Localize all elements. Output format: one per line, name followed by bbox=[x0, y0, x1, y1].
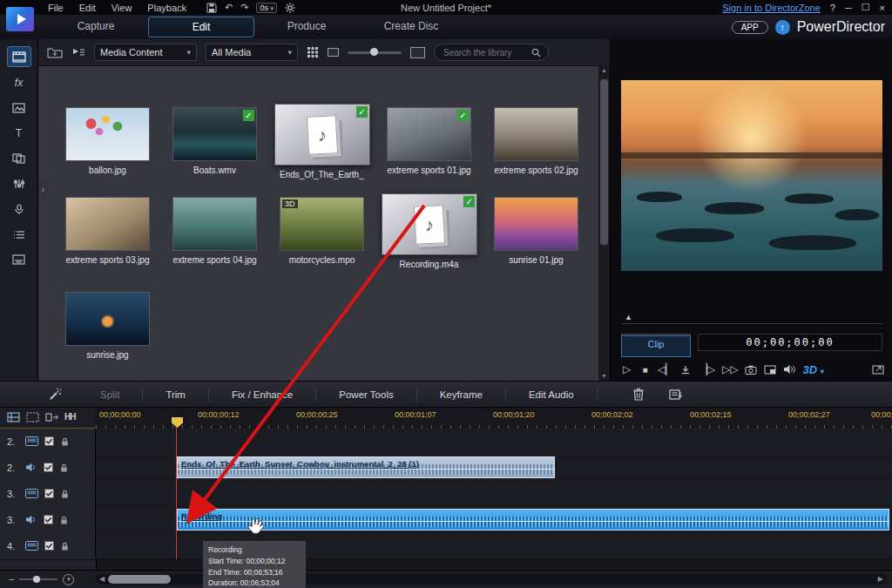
tab-produce[interactable]: Produce bbox=[254, 17, 359, 36]
track-lock-icon[interactable] bbox=[60, 436, 70, 447]
voiceover-room-icon[interactable] bbox=[8, 199, 30, 219]
fast-forward-icon[interactable]: ▷▷ bbox=[722, 363, 738, 375]
tool-keyframe[interactable]: Keyframe bbox=[417, 388, 506, 402]
track-enable-checkbox[interactable] bbox=[44, 541, 54, 551]
menu-file[interactable]: File bbox=[40, 3, 71, 13]
title-room-icon[interactable]: T bbox=[8, 124, 30, 143]
media-item[interactable]: ✓ extreme sports 01.jpg bbox=[387, 107, 471, 175]
scrollbar-thumb[interactable] bbox=[108, 575, 171, 584]
pip-objects-room-icon[interactable] bbox=[8, 98, 30, 118]
scroll-right-icon[interactable]: ▶ bbox=[878, 574, 883, 585]
app-badge[interactable]: APP bbox=[732, 21, 768, 34]
search-icon[interactable] bbox=[531, 48, 541, 57]
library-search[interactable] bbox=[434, 44, 549, 61]
track-content[interactable]: Recording bbox=[96, 507, 892, 532]
audio-mixing-room-icon[interactable] bbox=[8, 174, 30, 193]
signin-link[interactable]: Sign in to DirectorZone bbox=[722, 3, 821, 13]
subtitle-room-icon[interactable] bbox=[8, 250, 30, 269]
undock-preview-icon[interactable] bbox=[872, 364, 884, 375]
track-content[interactable] bbox=[96, 481, 892, 506]
tool-edit-audio[interactable]: Edit Audio bbox=[506, 388, 598, 402]
tool-power-tools[interactable]: Power Tools bbox=[316, 388, 416, 402]
redo-icon[interactable]: ↷ bbox=[240, 0, 248, 15]
ripple-edit-icon[interactable] bbox=[45, 412, 58, 422]
preview-seek-slider[interactable] bbox=[621, 316, 882, 324]
search-input[interactable] bbox=[442, 47, 526, 58]
snap-icon[interactable]: HH bbox=[64, 412, 75, 422]
seek-marker-icon[interactable]: ▲ bbox=[625, 313, 632, 321]
track-content[interactable] bbox=[96, 429, 892, 454]
duration-setting[interactable]: 0s ▾ bbox=[256, 3, 277, 13]
track-lock-icon[interactable] bbox=[60, 541, 70, 551]
track-enable-checkbox[interactable] bbox=[44, 489, 54, 498]
tool-split[interactable]: Split bbox=[78, 388, 143, 402]
media-item[interactable]: extreme sports 04.jpg bbox=[172, 197, 257, 265]
media-item[interactable]: sunrise.jpg bbox=[65, 292, 150, 360]
magic-wand-icon[interactable] bbox=[48, 388, 62, 402]
effect-room-icon[interactable]: fx bbox=[8, 73, 30, 92]
zoom-in-button[interactable]: + bbox=[63, 574, 74, 585]
close-button[interactable]: × bbox=[880, 3, 885, 13]
chapter-room-icon[interactable] bbox=[8, 225, 30, 244]
track-lock-icon[interactable] bbox=[60, 489, 70, 499]
range-selection-icon[interactable] bbox=[26, 412, 39, 422]
transition-room-icon[interactable] bbox=[8, 149, 30, 168]
clip-mode-button[interactable]: Clip bbox=[621, 335, 691, 357]
media-item[interactable]: ✓ Boats.wmv bbox=[172, 107, 257, 175]
stop-icon[interactable]: ■ bbox=[639, 365, 651, 375]
maximize-button[interactable]: ☐ bbox=[862, 2, 870, 13]
media-item-recording[interactable]: ✓ ♪ ♪ ♪ Recording.m4a bbox=[387, 197, 471, 269]
preview-timecode[interactable]: 00;00;00;00 bbox=[698, 334, 882, 351]
minimize-button[interactable]: ─ bbox=[845, 3, 852, 13]
previous-frame-icon[interactable]: ◁▏ bbox=[658, 363, 673, 375]
zoom-out-button[interactable]: − bbox=[9, 574, 14, 585]
track-lock-icon[interactable] bbox=[59, 463, 69, 473]
produce-range-icon[interactable] bbox=[669, 389, 683, 401]
media-item[interactable]: ✓ ♪ ♪ ♪ Ends_Of_The_Earth_S... bbox=[280, 107, 364, 179]
tab-create-disc[interactable]: Create Disc bbox=[359, 17, 463, 36]
volume-icon[interactable] bbox=[783, 364, 795, 375]
timeline-clip-recording[interactable]: Recording bbox=[177, 509, 889, 531]
upgrade-icon[interactable]: ↑ bbox=[775, 20, 790, 35]
track-enable-checkbox[interactable] bbox=[44, 463, 53, 472]
panel-expander[interactable]: › bbox=[38, 179, 48, 199]
library-menu-icon[interactable] bbox=[71, 47, 85, 58]
track-content[interactable]: Ends_Of_The_Earth_Sunset_Cowboy_instrume… bbox=[96, 455, 892, 480]
drag-handle[interactable]: · · · · · bbox=[429, 382, 463, 387]
tab-edit[interactable]: Edit bbox=[148, 17, 254, 37]
3d-mode-button[interactable]: 3D ▾ bbox=[802, 363, 823, 376]
media-item[interactable]: 3D motorcycles.mpo bbox=[280, 197, 364, 265]
menu-playback[interactable]: Playback bbox=[139, 3, 194, 13]
settings-gear-icon[interactable] bbox=[285, 3, 295, 13]
seek-start-icon[interactable] bbox=[680, 365, 692, 375]
play-icon[interactable]: ▷ bbox=[621, 363, 632, 375]
save-icon[interactable] bbox=[206, 3, 217, 13]
track-lock-icon[interactable] bbox=[59, 515, 69, 525]
scroll-down-icon[interactable]: ▼ bbox=[598, 373, 610, 379]
playhead-line[interactable] bbox=[176, 427, 177, 559]
media-content-dropdown[interactable]: Media Content▾ bbox=[94, 44, 197, 61]
tool-fix-enhance[interactable]: Fix / Enhance bbox=[209, 388, 316, 402]
track-enable-checkbox[interactable] bbox=[44, 515, 53, 524]
menu-view[interactable]: View bbox=[104, 3, 140, 13]
timeline-ruler[interactable]: 00;00;00;00 00;00;00;12 00;00;00;25 00;0… bbox=[96, 406, 892, 429]
undo-icon[interactable]: ↶ bbox=[225, 0, 233, 15]
media-item[interactable]: extreme sports 03.jpg bbox=[65, 197, 150, 265]
snapshot-camera-icon[interactable] bbox=[745, 365, 757, 375]
thumbnail-size-slider[interactable] bbox=[348, 46, 402, 58]
tool-trim[interactable]: Trim bbox=[143, 388, 209, 402]
track-manager-icon[interactable] bbox=[7, 412, 20, 422]
zoom-slider[interactable] bbox=[19, 575, 57, 584]
next-frame-icon[interactable]: ▕▷ bbox=[699, 363, 714, 375]
menu-edit[interactable]: Edit bbox=[71, 3, 104, 13]
media-item[interactable]: sunrise 01.jpg bbox=[494, 197, 578, 265]
scroll-up-icon[interactable]: ▲ bbox=[598, 67, 610, 73]
media-room-icon[interactable] bbox=[7, 46, 31, 67]
scroll-left-icon[interactable]: ◀ bbox=[99, 574, 105, 585]
timeline-clip-music[interactable]: Ends_Of_The_Earth_Sunset_Cowboy_instrume… bbox=[177, 456, 555, 478]
delete-trash-icon[interactable] bbox=[632, 388, 645, 401]
media-item[interactable]: ballon.jpg bbox=[65, 107, 150, 175]
library-scrollbar[interactable]: ▲ ▼ bbox=[598, 65, 610, 381]
import-media-icon[interactable] bbox=[47, 46, 63, 58]
tab-capture[interactable]: Capture bbox=[44, 17, 148, 36]
